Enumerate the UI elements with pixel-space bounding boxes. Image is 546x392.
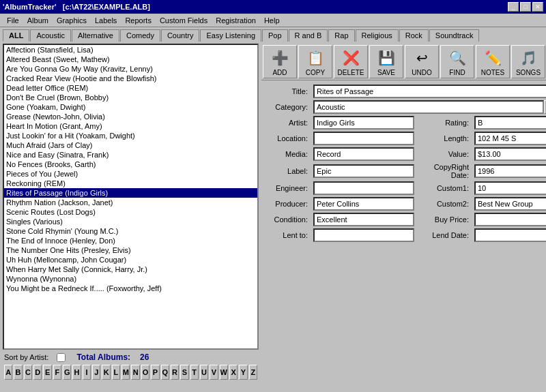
add-button[interactable]: ➕ADD bbox=[263, 45, 297, 78]
menu-graphics[interactable]: Graphics bbox=[53, 16, 91, 25]
title-input[interactable] bbox=[313, 85, 546, 98]
alpha-btn-r[interactable]: R bbox=[171, 365, 179, 380]
alpha-btn-p[interactable]: P bbox=[151, 365, 159, 380]
label-input[interactable] bbox=[313, 164, 414, 178]
list-item[interactable]: Much Afraid (Jars of Clay) bbox=[4, 140, 257, 150]
alpha-btn-m[interactable]: M bbox=[121, 365, 130, 380]
tab-pop[interactable]: Pop bbox=[262, 29, 288, 42]
list-item[interactable]: Singles (Various) bbox=[4, 217, 257, 226]
minimize-button[interactable]: _ bbox=[508, 2, 519, 12]
list-item[interactable]: Are You Gonna Go My Way (Kravitz, Lenny) bbox=[4, 64, 257, 74]
tab-rap[interactable]: Rap bbox=[328, 29, 354, 42]
artist-input[interactable] bbox=[313, 116, 414, 130]
menu-registration[interactable]: Registration bbox=[212, 16, 260, 25]
menu-album[interactable]: Album bbox=[23, 16, 53, 25]
tab-country[interactable]: Country bbox=[161, 29, 200, 42]
alpha-btn-k[interactable]: K bbox=[102, 365, 110, 380]
alpha-btn-l[interactable]: L bbox=[112, 365, 120, 380]
alpha-btn-u[interactable]: U bbox=[200, 365, 208, 380]
list-item[interactable]: No Fences (Brooks, Garth) bbox=[4, 160, 257, 169]
alpha-btn-f[interactable]: F bbox=[53, 365, 61, 380]
list-item[interactable]: Altered Beast (Sweet, Mathew) bbox=[4, 55, 257, 64]
list-item[interactable]: Nice and Easy (Sinatra, Frank) bbox=[4, 150, 257, 160]
alpha-btn-h[interactable]: H bbox=[72, 365, 81, 380]
alpha-btn-d[interactable]: D bbox=[33, 365, 42, 380]
list-item[interactable]: Wynonna (Wynonna) bbox=[4, 274, 257, 284]
alpha-btn-y[interactable]: Y bbox=[239, 365, 247, 380]
alpha-btn-t[interactable]: T bbox=[190, 365, 199, 380]
list-item[interactable]: When Harry Met Sally (Connick, Harry, Jr… bbox=[4, 265, 257, 274]
rating-input[interactable] bbox=[474, 116, 546, 130]
category-input[interactable] bbox=[313, 100, 544, 114]
alpha-btn-x[interactable]: X bbox=[229, 365, 238, 380]
tab-comedy[interactable]: Comedy bbox=[120, 29, 160, 42]
alpha-btn-s[interactable]: S bbox=[180, 365, 188, 380]
list-item[interactable]: Grease (Newton-John, Olivia) bbox=[4, 112, 257, 121]
value-input[interactable] bbox=[474, 147, 546, 161]
close-button[interactable]: ✕ bbox=[532, 2, 543, 12]
menu-reports[interactable]: Reports bbox=[121, 16, 156, 25]
tab-rock[interactable]: Rock bbox=[399, 29, 429, 42]
list-item[interactable]: Rhythm Nation (Jackson, Janet) bbox=[4, 198, 257, 207]
find-button[interactable]: 🔍FIND bbox=[440, 45, 474, 78]
list-item[interactable]: Pieces of You (Jewel) bbox=[4, 169, 257, 179]
location-input[interactable] bbox=[313, 132, 414, 145]
save-button[interactable]: 💾SAVE bbox=[369, 45, 403, 78]
delete-button[interactable]: ❌DELETE bbox=[334, 45, 368, 78]
custom1-input[interactable] bbox=[474, 181, 546, 195]
alpha-btn-a[interactable]: A bbox=[4, 365, 12, 380]
tab-all[interactable]: ALL bbox=[3, 29, 29, 42]
tab-alternative[interactable]: Alternative bbox=[72, 29, 119, 42]
list-item[interactable]: Affection (Stansfield, Lisa) bbox=[4, 45, 257, 55]
length-input[interactable] bbox=[474, 132, 546, 145]
tab-acoustic[interactable]: Acoustic bbox=[30, 29, 71, 42]
alpha-btn-w[interactable]: W bbox=[220, 365, 228, 380]
list-item[interactable]: Just Lookin' for a Hit (Yoakam, Dwight) bbox=[4, 131, 257, 140]
list-item[interactable]: The Number One Hits (Presley, Elvis) bbox=[4, 245, 257, 255]
tab-soundtrack[interactable]: Soundtrack bbox=[429, 29, 480, 42]
buyprice-input[interactable] bbox=[474, 213, 546, 226]
alpha-btn-g[interactable]: G bbox=[63, 365, 71, 380]
album-list[interactable]: Affection (Stansfield, Lisa)Altered Beas… bbox=[3, 44, 259, 350]
sort-checkbox[interactable] bbox=[57, 353, 66, 362]
alpha-btn-v[interactable]: V bbox=[210, 365, 218, 380]
list-item[interactable]: You Might be a Redneck If..... (Foxworth… bbox=[4, 284, 257, 293]
list-item[interactable]: Cracked Rear View (Hootie and the Blowfi… bbox=[4, 74, 257, 83]
list-item[interactable]: Don't Be Cruel (Brown, Bobby) bbox=[4, 93, 257, 102]
list-item[interactable]: Dead letter Office (REM) bbox=[4, 83, 257, 93]
condition-input[interactable] bbox=[313, 213, 414, 226]
alpha-btn-z[interactable]: Z bbox=[249, 365, 257, 380]
list-item[interactable]: Scenic Routes (Lost Dogs) bbox=[4, 207, 257, 217]
alpha-btn-q[interactable]: Q bbox=[161, 365, 169, 380]
alpha-btn-e[interactable]: E bbox=[43, 365, 51, 380]
alpha-btn-b[interactable]: B bbox=[14, 365, 22, 380]
alpha-btn-n[interactable]: N bbox=[131, 365, 139, 380]
list-item[interactable]: The End of Innoce (Henley, Don) bbox=[4, 236, 257, 245]
engineer-input[interactable] bbox=[313, 181, 414, 195]
list-item[interactable]: Rites of Passage (Indigo Girls) bbox=[4, 188, 257, 198]
notes-button[interactable]: ✏️NOTES bbox=[476, 45, 510, 78]
producer-input[interactable] bbox=[313, 197, 414, 211]
tab-easy-listening[interactable]: Easy Listening bbox=[200, 29, 261, 42]
undo-button[interactable]: ↩UNDO bbox=[405, 45, 439, 78]
alpha-btn-i[interactable]: I bbox=[83, 365, 91, 380]
lentto-input[interactable] bbox=[313, 228, 414, 242]
songs-button[interactable]: 🎵SONGS bbox=[511, 45, 545, 78]
tab-r-and-b[interactable]: R and B bbox=[289, 29, 328, 42]
copy-button[interactable]: 📋COPY bbox=[298, 45, 332, 78]
menu-custom-fields[interactable]: Custom Fields bbox=[156, 16, 212, 25]
custom2-input[interactable] bbox=[474, 197, 546, 211]
alpha-btn-c[interactable]: C bbox=[24, 365, 32, 380]
list-item[interactable]: Uh Huh (Melloncamp, John Cougar) bbox=[4, 255, 257, 265]
list-item[interactable]: Heart In Motion (Grant, Amy) bbox=[4, 121, 257, 131]
menu-help[interactable]: Help bbox=[260, 16, 284, 25]
alpha-btn-o[interactable]: O bbox=[141, 365, 149, 380]
copyright-input[interactable] bbox=[474, 164, 546, 178]
menu-file[interactable]: File bbox=[3, 16, 23, 25]
alpha-btn-j[interactable]: J bbox=[92, 365, 100, 380]
list-item[interactable]: Stone Cold Rhymin' (Young M.C.) bbox=[4, 226, 257, 236]
lenddate-input[interactable] bbox=[474, 228, 546, 242]
media-input[interactable] bbox=[313, 147, 414, 161]
menu-labels[interactable]: Labels bbox=[91, 16, 121, 25]
list-item[interactable]: Gone (Yoakam, Dwight) bbox=[4, 102, 257, 112]
